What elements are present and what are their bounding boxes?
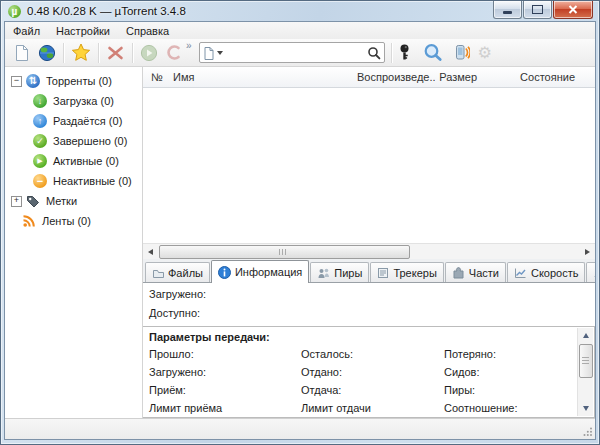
sidebar-item-label: Торренты (0) [46,75,112,87]
tab-trackers[interactable]: Трекеры [370,262,443,282]
toolbar-separator [63,43,64,63]
remote-search-button[interactable] [420,41,446,64]
torrent-list-header: № Имя Воспроизведе... Размер Состояние [143,67,595,88]
tab-pieces[interactable]: Части [445,262,506,282]
menubar: Файл Настройки Справка [5,22,595,39]
expand-box-icon[interactable]: + [11,196,22,207]
speed-tab-icon [514,267,527,279]
settings-button[interactable]: ⚙ [475,43,495,63]
sidebar-item-inactive[interactable]: − Неактивные (0) [5,171,142,191]
start-torrent-button[interactable] [137,42,161,64]
downloaded-label: Загружено: [149,288,206,300]
sidebar-item-active[interactable]: ▶ Активные (0) [5,151,142,171]
sidebar-item-label: Завершено (0) [53,135,127,147]
peers-label: Пиры: [444,382,594,400]
upload-speed-label: Отдача: [301,382,444,400]
tab-label: Информация [235,266,302,278]
transfer-section: Параметры передачи: Прошло: Осталось: По… [143,326,595,418]
trackers-tab-icon [377,267,389,279]
search-box[interactable] [199,42,385,63]
remote-device-icon [451,44,470,61]
maximize-icon [532,5,543,14]
sidebar-item-labels[interactable]: + Метки [5,191,142,211]
toolbar: » ⚙ [5,39,595,67]
tab-speed[interactable]: Скорость [507,262,586,282]
client-area: Файл Настройки Справка [4,21,596,440]
horizontal-scrollbar-thumb[interactable] [159,245,410,259]
search-input[interactable] [223,44,367,61]
add-from-url-button[interactable] [35,42,59,64]
remove-torrent-button[interactable] [103,43,128,63]
vertical-scrollbar-thumb[interactable] [579,344,593,378]
upload-limit-label: Лимит отдачи [301,400,444,418]
sidebar-item-completed[interactable]: ✓ Завершено (0) [5,131,142,151]
tab-files[interactable]: Файлы [145,262,210,282]
minimize-button[interactable] [493,1,522,19]
resize-grip[interactable] [582,426,593,437]
uploaded-label: Отдано: [301,364,444,382]
remote-device-button[interactable] [448,42,473,63]
utorrent-logo-icon: µ [8,5,21,18]
remote-search-icon [423,43,443,62]
sidebar-item-label: Метки [46,195,77,207]
main-panel: № Имя Воспроизведе... Размер Состояние [143,67,595,418]
pause-torrent-button[interactable] [163,42,185,63]
menu-options[interactable]: Настройки [48,24,118,38]
scroll-up-icon [583,333,589,338]
sidebar-item-label: Активные (0) [53,155,119,167]
scroll-down-icon [583,406,589,411]
tab-label: Пиры [334,267,362,279]
scroll-right-button[interactable] [580,244,595,259]
titlebar[interactable]: µ 0.48 K/0.28 K — µTorrent 3.4.8 [1,1,599,21]
tab-label: Части [469,267,499,279]
scroll-left-button[interactable] [143,244,158,259]
add-torrent-button[interactable] [10,42,33,64]
minimize-icon [503,11,512,14]
window-title: 0.48 K/0.28 K — µTorrent 3.4.8 [27,5,186,17]
column-playback[interactable]: Воспроизведе... [357,67,435,87]
torrents-icon: ⇅ [26,74,40,88]
overflow-chevron-icon[interactable]: » [186,40,192,51]
toolbar-separator [98,43,99,63]
close-icon [568,5,578,14]
menu-file[interactable]: Файл [5,24,48,38]
transfer-grid: Прошло: Осталось: Потеряно: Загружено: О… [143,346,594,418]
search-icon[interactable] [367,46,381,60]
menu-help[interactable]: Справка [118,24,177,38]
toolbar-separator [391,43,392,63]
downloading-icon: ↓ [33,94,47,108]
tab-label: Трекеры [393,267,436,279]
key-icon [399,44,410,61]
scroll-down-button[interactable] [578,401,593,416]
sidebar-item-torrents[interactable]: − ⇅ Торренты (0) [5,71,142,91]
information-pane: Загружено: Доступно: Параметры передачи:… [143,283,595,418]
statusbar [5,418,595,439]
vertical-scrollbar[interactable] [577,328,593,416]
sidebar-item-seeding[interactable]: ↑ Раздаётся (0) [5,111,142,131]
sidebar-item-feeds[interactable]: Ленты (0) [5,211,142,231]
collapse-box-icon[interactable]: − [11,76,22,87]
scroll-up-button[interactable] [578,328,593,343]
transfer-header: Параметры передачи: [143,327,594,346]
close-button[interactable] [553,1,593,19]
tab-logger[interactable]: Отчёты [586,262,596,282]
column-number[interactable]: № [143,67,169,87]
column-status[interactable]: Состояние [481,67,581,87]
scroll-left-icon [148,249,153,255]
horizontal-scrollbar[interactable] [143,243,595,259]
sidebar-item-downloading[interactable]: ↓ Загрузка (0) [5,91,142,111]
tab-information[interactable]: Информация [211,260,309,283]
create-torrent-button[interactable] [68,41,94,64]
seeds-label: Сидов: [444,364,594,382]
tab-peers[interactable]: Пиры [310,262,369,282]
sidebar: − ⇅ Торренты (0) ↓ Загрузка (0) ↑ Раздаё… [5,67,143,418]
key-button[interactable] [396,42,413,63]
maximize-button[interactable] [523,1,552,19]
torrent-list-body[interactable] [143,88,595,243]
column-name[interactable]: Имя [169,67,357,87]
column-size[interactable]: Размер [435,67,481,87]
pieces-tab-icon [452,267,465,279]
search-scope-icon[interactable] [203,46,215,60]
content: − ⇅ Торренты (0) ↓ Загрузка (0) ↑ Раздаё… [5,67,595,418]
detail-tabs: Файлы Информация Пиры Трекеры [143,259,595,283]
